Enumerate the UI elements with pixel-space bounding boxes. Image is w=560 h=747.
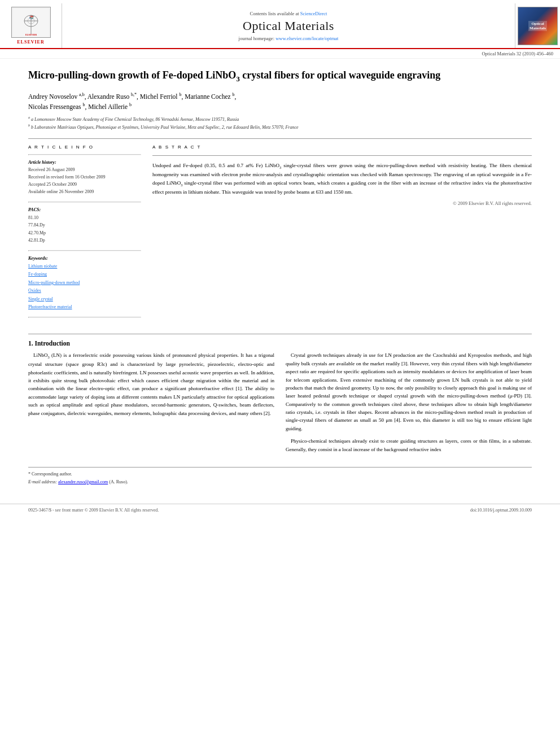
keyword-2[interactable]: Fe-doping	[28, 270, 141, 278]
footnote-corresponding: * Corresponding author.	[28, 471, 532, 478]
pacs-section: PACS: 81.10 77.84.Dy 42.70.Mp 42.81.Dp	[28, 207, 141, 244]
history-revised: Received in revised form 16 October 2009	[28, 174, 141, 181]
article-history: Article history: Received 26 August 2009…	[28, 160, 141, 195]
cover-label: OpticalMaterials	[528, 21, 547, 31]
article-info-column: A R T I C L E I N F O Article history: R…	[28, 145, 141, 322]
introduction-section: 1. Introduction LiNbO3 (LN) is a ferroel…	[28, 340, 532, 458]
article-title: Micro-pulling-down growth of Fe-doped Li…	[28, 69, 532, 84]
svg-text:ELSEVIER: ELSEVIER	[25, 33, 37, 36]
journal-cover: OpticalMaterials	[515, 3, 560, 48]
pacs-item-1: 81.10	[28, 214, 141, 222]
body-col-right: Crystal growth techniques already in use…	[286, 351, 532, 458]
keywords-title: Keywords:	[28, 256, 141, 261]
keywords-section: Keywords: Lithium niobate Fe-doping Micr…	[28, 256, 141, 311]
keyword-4[interactable]: Oxides	[28, 287, 141, 295]
col-left-divider-3	[28, 250, 141, 251]
intro-para-1: LiNbO3 (LN) is a ferroelectric oxide pos…	[28, 351, 274, 417]
col-left-divider-4	[28, 317, 141, 318]
page-header: 📚 ELSEVIER ELSEVIER Contents lists avail…	[0, 0, 560, 49]
divider-2	[28, 334, 532, 334]
journal-title: Optical Materials	[243, 19, 334, 33]
abstract-divider	[152, 155, 532, 156]
cover-thumbnail: OpticalMaterials	[518, 7, 558, 45]
page-footer: 0925-3467/$ - see front matter © 2009 El…	[0, 504, 560, 516]
footnote-email: E-mail address: alexandre.ruso@gmail.com…	[28, 479, 532, 486]
abstract-text: Undoped and Fe-doped (0.35, 0.5 and 0.7 …	[152, 161, 532, 196]
col-left-divider-2	[28, 202, 141, 203]
divider-1	[28, 138, 532, 139]
elsevier-logo: 📚 ELSEVIER ELSEVIER	[0, 3, 62, 48]
history-received: Received 26 August 2009	[28, 167, 141, 174]
keyword-5[interactable]: Single crystal	[28, 295, 141, 303]
body-col-left: LiNbO3 (LN) is a ferroelectric oxide pos…	[28, 351, 274, 458]
copyright-line: © 2009 Elsevier B.V. All rights reserved…	[152, 200, 532, 206]
footer-issn: 0925-3467/$ - see front matter © 2009 El…	[28, 508, 159, 513]
footnote-email-link[interactable]: alexandre.ruso@gmail.com	[58, 479, 108, 484]
intro-para-3: Physico-chemical techniques already exis…	[286, 437, 532, 453]
pacs-item-2: 77.84.Dy	[28, 221, 141, 229]
keyword-6[interactable]: Photorefractive material	[28, 303, 141, 311]
affiliations: a a Lomonosov Moscow State Academy of Fi…	[28, 115, 532, 130]
citation-line: Optical Materials 32 (2010) 456–460	[0, 49, 560, 59]
article-info-abstract-section: A R T I C L E I N F O Article history: R…	[28, 145, 532, 322]
col-left-divider-1	[28, 154, 141, 155]
section-title: 1. Introduction	[28, 340, 532, 347]
intro-para-2: Crystal growth techniques already in use…	[286, 351, 532, 433]
authors: Andrey Novoselov a,b, Alexandre Ruso b,*…	[28, 91, 532, 112]
abstract-heading: A B S T R A C T	[152, 145, 532, 150]
journal-homepage: journal homepage: www.elsevier.com/locat…	[239, 36, 339, 41]
footer-doi: doi:10.1016/j.optmat.2009.10.009	[470, 508, 532, 513]
footnote-area: * Corresponding author. E-mail address: …	[28, 467, 532, 486]
history-title: Article history:	[28, 160, 141, 165]
pacs-item-3: 42.70.Mp	[28, 229, 141, 237]
abstract-column: A B S T R A C T Undoped and Fe-doped (0.…	[152, 145, 532, 322]
history-accepted: Accepted 25 October 2009	[28, 181, 141, 189]
main-content: Micro-pulling-down growth of Fe-doped Li…	[0, 59, 560, 498]
pacs-title: PACS:	[28, 207, 141, 212]
article-info-heading: A R T I C L E I N F O	[28, 145, 141, 150]
keyword-1[interactable]: Lithium niobate	[28, 263, 141, 270]
sciencedirect-line: Contents lists available at ScienceDirec…	[250, 11, 327, 16]
journal-homepage-link[interactable]: www.elsevier.com/locate/optmat	[275, 36, 338, 41]
pacs-item-4: 42.81.Dp	[28, 237, 141, 244]
sciencedirect-link[interactable]: ScienceDirect	[300, 11, 327, 16]
elsevier-logo-image: 📚 ELSEVIER	[11, 7, 51, 38]
keyword-3[interactable]: Micro-pulling-down method	[28, 279, 141, 287]
elsevier-wordmark: ELSEVIER	[17, 40, 44, 45]
body-two-col: LiNbO3 (LN) is a ferroelectric oxide pos…	[28, 351, 532, 458]
journal-info-center: Contents lists available at ScienceDirec…	[62, 3, 515, 48]
history-online: Available online 26 November 2009	[28, 189, 141, 196]
